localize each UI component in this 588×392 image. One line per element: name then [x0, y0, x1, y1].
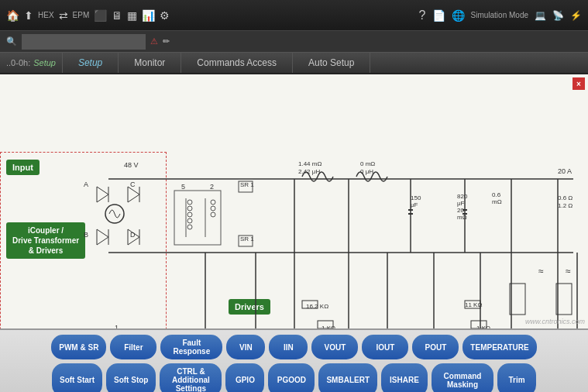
svg-text:≈: ≈	[538, 266, 544, 277]
svg-text:A: A	[84, 181, 88, 188]
gear-icon[interactable]: ⚙	[160, 9, 170, 22]
iin-button[interactable]: IIN	[269, 335, 308, 359]
ishare-button[interactable]: ISHARE	[381, 363, 428, 392]
svg-text:150: 150	[411, 194, 421, 201]
svg-rect-68	[556, 284, 572, 315]
vin-button[interactable]: VIN	[226, 335, 265, 359]
svg-text:0.6: 0.6	[492, 191, 501, 198]
svg-text:820: 820	[457, 193, 468, 200]
ctrl-additional-button[interactable]: CTRL & Additional Settings	[160, 363, 222, 392]
fault-response-button[interactable]: Fault Response	[160, 335, 222, 359]
search-bar: 🔍 ⚠ ✏	[0, 31, 588, 53]
svg-point-55	[187, 225, 192, 229]
main-content: × Input Drivers iCoupler / Drive Transfo…	[0, 74, 588, 328]
search-input[interactable]	[22, 34, 146, 50]
svg-text:mΩ: mΩ	[457, 214, 467, 221]
voltage-48v-label: 48 V	[124, 161, 139, 169]
sim-mode-label: Simulation Mode	[471, 11, 528, 19]
sim-icon1[interactable]: 📡	[552, 10, 564, 21]
svg-text:C: C	[130, 181, 136, 188]
gpio-button[interactable]: GPIO	[225, 363, 264, 392]
command-masking-button[interactable]: Command Masking	[432, 363, 493, 392]
svg-point-53	[187, 212, 192, 217]
svg-text:2: 2	[210, 183, 214, 191]
svg-marker-71	[128, 187, 139, 202]
chart-icon[interactable]: 📊	[142, 9, 155, 22]
nav-tabs: ..0-0h: Setup Setup Monitor Commands Acc…	[0, 53, 588, 74]
tab-monitor[interactable]: Monitor	[119, 53, 181, 73]
setup-link[interactable]: Setup	[33, 58, 56, 67]
epm-label[interactable]: EPM	[73, 11, 90, 19]
svg-point-58	[211, 212, 215, 217]
tab-commands-access[interactable]: Commands Access	[181, 53, 293, 73]
svg-rect-48	[174, 191, 221, 245]
soft-start-button[interactable]: Soft Start	[52, 363, 102, 392]
voltage-20a-label: 20 A	[558, 167, 572, 175]
monitor-icon[interactable]: 🖥	[112, 9, 122, 22]
soft-stop-button[interactable]: Soft Stop	[106, 363, 156, 392]
svg-point-51	[187, 200, 192, 205]
edit-icon[interactable]: ✏	[163, 36, 170, 46]
svg-text:0.6 Ω: 0.6 Ω	[558, 194, 573, 201]
svg-text:1.44 mΩ: 1.44 mΩ	[298, 160, 322, 167]
svg-text:B: B	[84, 231, 88, 239]
computer-icon[interactable]: 💻	[535, 10, 546, 21]
home-icon[interactable]: 🏠	[6, 9, 19, 22]
svg-text:11 KΩ: 11 KΩ	[465, 301, 482, 308]
temperature-button[interactable]: TEMPERATURE	[462, 335, 536, 359]
pout-button[interactable]: POUT	[412, 335, 459, 359]
svg-marker-69	[97, 187, 108, 202]
bottom-buttons: PWM & SR Filter Fault Response VIN IIN V…	[0, 328, 588, 392]
trim-button[interactable]: Trim	[497, 363, 536, 392]
smbalert-button[interactable]: SMBALERT	[318, 363, 377, 392]
svg-text:D: D	[130, 231, 136, 239]
watermark: www.cntronics.com	[525, 318, 585, 325]
svg-rect-67	[510, 284, 525, 315]
sim-icon2[interactable]: ⚡	[570, 10, 582, 21]
close-button[interactable]: ×	[573, 77, 585, 90]
svg-text:5: 5	[181, 183, 185, 191]
arrows-icon[interactable]: ⇄	[59, 9, 68, 22]
svg-text:μF: μF	[457, 200, 465, 207]
vout-button[interactable]: VOUT	[311, 335, 358, 359]
svg-text:1 KΩ: 1 KΩ	[476, 325, 490, 328]
svg-text:1.2 Ω: 1.2 Ω	[558, 202, 573, 209]
button-row-1: PWM & SR Filter Fault Response VIN IIN V…	[6, 335, 582, 359]
tab-auto-setup[interactable]: Auto Setup	[293, 53, 370, 73]
tab-setup[interactable]: Setup	[63, 53, 119, 73]
chip-icon[interactable]: ⬛	[94, 9, 107, 22]
svg-point-54	[187, 218, 192, 223]
svg-text:0 mΩ: 0 mΩ	[360, 160, 375, 167]
svg-point-52	[187, 206, 192, 211]
svg-text:2.42 μH: 2.42 μH	[298, 168, 320, 175]
pgood-button[interactable]: PGOOD	[268, 363, 315, 392]
pwm-sr-button[interactable]: PWM & SR	[51, 335, 106, 359]
iout-button[interactable]: IOUT	[362, 335, 408, 359]
upload-icon[interactable]: ⬆	[24, 9, 33, 22]
globe-icon[interactable]: 🌐	[452, 9, 465, 22]
toolbar-icons: 🏠 ⬆ HEX ⇄ EPM ⬛ 🖥 ▦ 📊 ⚙	[6, 9, 419, 22]
svg-text:mΩ: mΩ	[492, 198, 502, 205]
svg-text:≈: ≈	[566, 266, 571, 277]
search-icon: 🔍	[6, 36, 17, 46]
breadcrumb: ..0-0h: Setup	[0, 53, 63, 73]
table-icon[interactable]: ▦	[127, 9, 137, 22]
question-icon[interactable]: ?	[419, 9, 426, 22]
filter-button[interactable]: Filter	[110, 335, 156, 359]
svg-text:1: 1	[115, 324, 119, 328]
circuit-diagram: 48 V 20 A 1.44 mΩ 2.42 μH 0 mΩ 0 μH 150 …	[0, 74, 588, 328]
hex-label[interactable]: HEX	[38, 11, 54, 19]
svg-text:μF: μF	[411, 201, 418, 208]
warning-icon: ⚠	[150, 36, 158, 46]
file-icon[interactable]: 📄	[432, 9, 445, 22]
svg-point-56	[211, 200, 215, 205]
svg-marker-73	[97, 229, 108, 245]
svg-point-57	[211, 206, 215, 211]
button-row-2: Soft Start Soft Stop CTRL & Additional S…	[6, 363, 582, 392]
toolbar-right: ? 📄 🌐 Simulation Mode 💻 📡 ⚡	[419, 9, 582, 22]
toolbar: 🏠 ⬆ HEX ⇄ EPM ⬛ 🖥 ▦ 📊 ⚙ ? 📄 🌐 Simulation…	[0, 0, 588, 31]
